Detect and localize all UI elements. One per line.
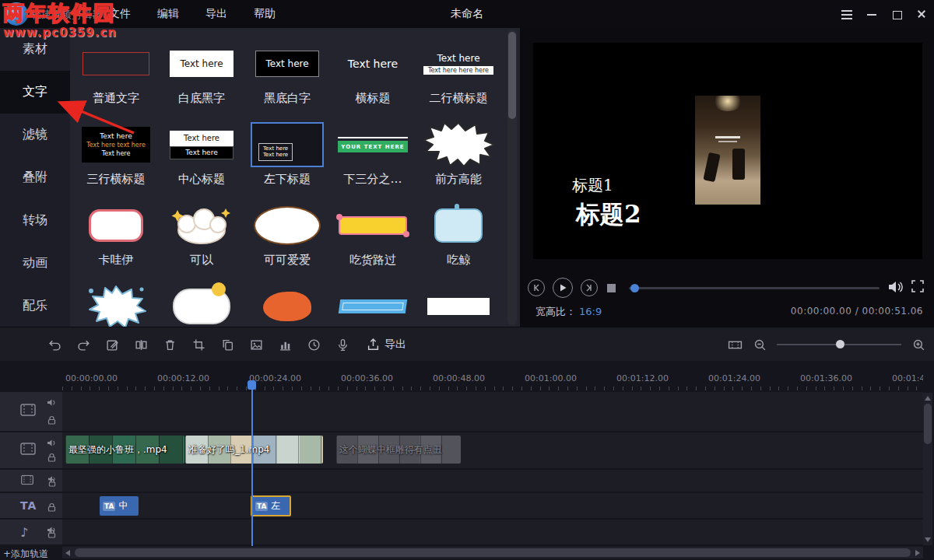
zoom-slider[interactable] xyxy=(777,344,901,345)
zoom-slider-knob[interactable] xyxy=(836,340,844,348)
volume-icon[interactable] xyxy=(887,279,904,298)
export-button[interactable]: 导出 xyxy=(367,338,406,352)
track-lane-video-1[interactable] xyxy=(62,392,923,431)
sidebar-item-music[interactable]: 配乐 xyxy=(0,285,70,327)
add-track-button[interactable]: +添加轨道 xyxy=(3,548,48,560)
template-preview-white-bar xyxy=(416,280,501,327)
menu-file[interactable]: 文件 xyxy=(109,7,131,21)
close-button[interactable] xyxy=(915,8,928,20)
previous-frame-button[interactable] xyxy=(528,279,545,296)
template-item-three-line-title[interactable]: Text here Text here text here Text here … xyxy=(73,118,159,199)
clip-name: 准备好了吗_1.mp4 xyxy=(188,443,269,457)
video-clip-3-dragging[interactable]: 这个蝴蝶中框雕得有点丑 xyxy=(336,436,461,464)
template-item-kawaii[interactable]: 卡哇伊 xyxy=(73,199,159,280)
picture-icon[interactable] xyxy=(248,337,264,352)
seek-slider-knob[interactable] xyxy=(630,284,639,292)
template-preview-two-line: Text here Text here here here xyxy=(416,37,501,90)
edit-icon[interactable] xyxy=(104,337,120,352)
scroll-down-arrow-icon[interactable] xyxy=(925,537,931,542)
delete-icon[interactable] xyxy=(162,337,177,352)
fullscreen-icon[interactable] xyxy=(911,279,925,296)
maximize-button[interactable] xyxy=(890,8,903,20)
lock-track-icon[interactable] xyxy=(47,413,56,428)
lock-track-icon[interactable] xyxy=(48,475,56,490)
lock-track-icon[interactable] xyxy=(47,500,56,515)
preview-text-line1: Text here xyxy=(437,53,479,64)
template-item-cute-oval[interactable]: 可可爱爱 xyxy=(244,199,330,280)
template-item-bottom-left-title-selected[interactable]: Text here Text here 左下标题 xyxy=(244,118,330,199)
horizontal-scrollbar-thumb[interactable] xyxy=(75,548,911,557)
menu-help[interactable]: 帮助 xyxy=(254,7,276,21)
track-lane-music[interactable] xyxy=(62,520,923,544)
scroll-up-arrow-icon[interactable] xyxy=(925,396,931,401)
redo-icon[interactable] xyxy=(75,337,91,352)
zoom-in-icon[interactable] xyxy=(911,337,926,352)
text-clip-2-selected[interactable]: TA 左 xyxy=(251,495,291,516)
template-item-whale[interactable]: 吃鲸 xyxy=(416,199,501,280)
minimize-button[interactable] xyxy=(866,8,878,20)
template-item-ok-cloud[interactable]: 可以 xyxy=(159,199,244,280)
track-lane-video-3[interactable] xyxy=(62,470,923,492)
track-lane-text[interactable] xyxy=(62,493,923,518)
playhead-handle[interactable] xyxy=(248,380,256,390)
template-item-center-title[interactable]: Text here Text here 中心标题 xyxy=(159,118,244,199)
template-item-foodie-banner[interactable]: 吃货路过 xyxy=(330,199,416,280)
template-item-lower-third[interactable]: YOUR TEXT HERE 下三分之… xyxy=(330,118,416,199)
seek-slider[interactable] xyxy=(629,287,880,289)
lock-track-icon[interactable] xyxy=(47,527,56,541)
vertical-scrollbar-thumb[interactable] xyxy=(924,404,932,444)
template-item-orange-sheep[interactable] xyxy=(244,280,330,327)
template-item-cloud-sun[interactable] xyxy=(159,280,244,327)
sidebar-item-overlay[interactable]: 叠附 xyxy=(0,156,70,199)
template-item-blue-ribbon[interactable] xyxy=(330,280,416,327)
template-item-white-bar[interactable] xyxy=(416,280,501,327)
sidebar-item-filters[interactable]: 滤镜 xyxy=(0,114,70,156)
template-item-normal-text[interactable]: 普通文字 xyxy=(73,37,159,118)
sidebar-item-transitions[interactable]: 转场 xyxy=(0,199,70,242)
play-button[interactable] xyxy=(553,278,573,298)
zoom-out-icon[interactable] xyxy=(752,337,767,352)
hamburger-menu-icon[interactable] xyxy=(841,8,853,20)
clock-icon[interactable] xyxy=(306,337,321,352)
microphone-icon[interactable] xyxy=(335,337,350,352)
split-icon[interactable] xyxy=(133,337,149,352)
undo-icon[interactable] xyxy=(47,337,62,352)
stop-button[interactable] xyxy=(607,284,616,292)
video-clip-2[interactable]: 准备好了吗_1.mp4 xyxy=(185,436,323,464)
preview-text-line2: Text here here here xyxy=(423,66,493,75)
template-item-horizontal-title[interactable]: Text here 横标题 xyxy=(330,37,416,118)
copy-icon[interactable] xyxy=(219,337,235,352)
template-item-starburst[interactable]: 前方高能 xyxy=(416,118,501,199)
lock-track-icon[interactable] xyxy=(47,450,56,465)
track-header-video-1 xyxy=(0,392,62,431)
template-preview-black-box: Text here xyxy=(244,37,330,90)
preview-text: Text here xyxy=(348,58,398,70)
mute-track-icon[interactable] xyxy=(47,395,56,410)
aspect-ratio-value[interactable]: 16:9 xyxy=(579,306,602,317)
template-item-black-bg-white-text[interactable]: Text here 黑底白字 xyxy=(244,37,330,118)
scroll-left-arrow-icon[interactable] xyxy=(65,550,70,556)
template-preview-orange-blob xyxy=(244,280,330,327)
fit-timeline-icon[interactable] xyxy=(727,337,743,352)
sidebar-item-media[interactable]: 素材 xyxy=(0,28,70,71)
template-item-white-bg-black-text[interactable]: Text here 白底黑字 xyxy=(159,37,244,118)
preview-text-line2: Text here text here xyxy=(86,142,146,149)
timeline-zoom-controls xyxy=(727,327,926,362)
mute-track-icon[interactable] xyxy=(47,436,56,450)
template-item-spiky-bubble[interactable] xyxy=(73,280,159,327)
text-clip-1[interactable]: TA 中 xyxy=(100,496,139,516)
timeline-ruler[interactable]: 00:00:00.00 00:00:12.00 00:00:24.00 00:0… xyxy=(62,366,923,390)
video-clip-1[interactable]: 最坚强的小鲁班，.mp4 xyxy=(65,436,184,464)
crop-icon[interactable] xyxy=(191,337,206,352)
template-item-two-line-title[interactable]: Text here Text here here here 二行横标题 xyxy=(416,37,501,118)
clip-name: 最坚强的小鲁班，.mp4 xyxy=(68,443,167,457)
next-frame-button[interactable] xyxy=(581,279,598,296)
menu-edit[interactable]: 编辑 xyxy=(157,7,179,21)
templates-scrollbar-thumb[interactable] xyxy=(508,32,516,119)
sidebar-item-text[interactable]: 文字 xyxy=(0,71,70,114)
chart-icon[interactable] xyxy=(277,337,293,352)
menu-export[interactable]: 导出 xyxy=(205,7,227,21)
preview-text-line3: Text here xyxy=(102,150,131,157)
scroll-right-arrow-icon[interactable] xyxy=(915,550,920,556)
sidebar-item-animation[interactable]: 动画 xyxy=(0,242,70,285)
